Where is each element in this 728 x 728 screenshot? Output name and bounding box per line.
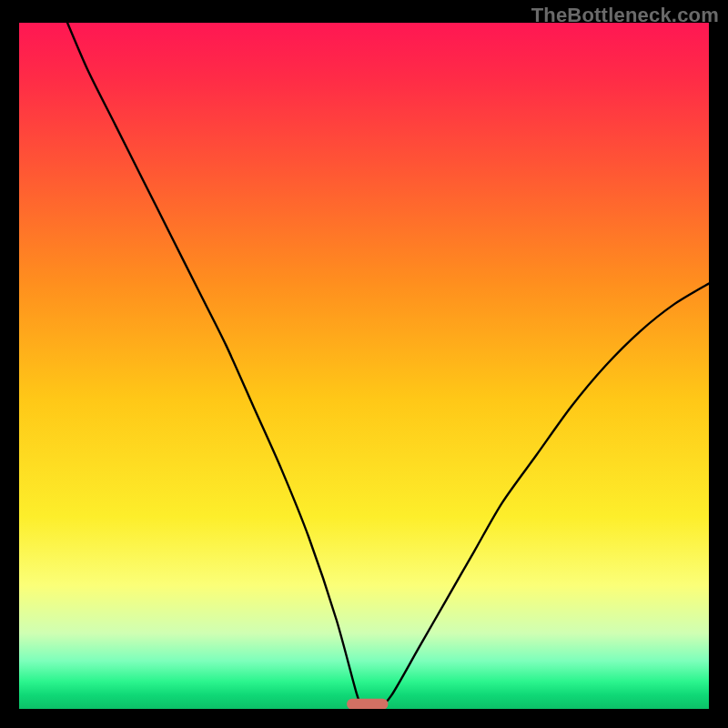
- minimum-marker: [347, 699, 388, 709]
- plot-area: [19, 23, 709, 709]
- chart-frame: TheBottleneck.com: [0, 0, 728, 728]
- watermark-text: TheBottleneck.com: [531, 4, 719, 27]
- minimum-marker-svg: [19, 23, 709, 709]
